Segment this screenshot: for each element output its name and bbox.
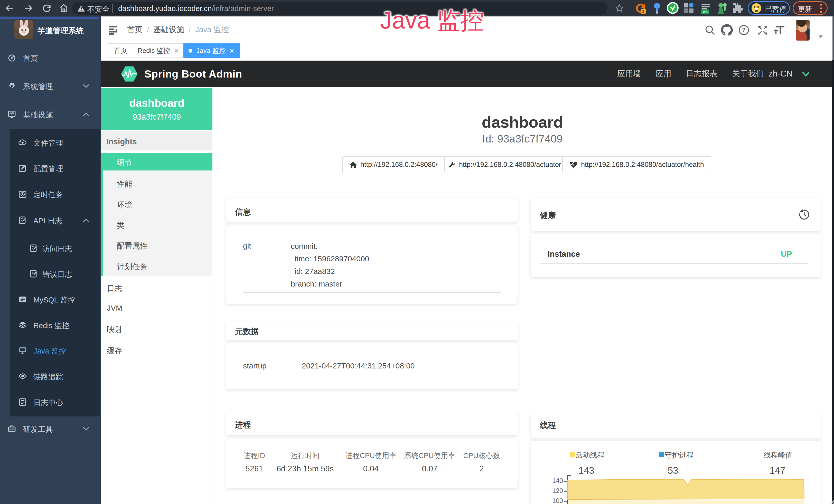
svg-text:1: 1 bbox=[642, 9, 644, 14]
svg-text:on: on bbox=[703, 10, 708, 14]
svg-text:?: ? bbox=[742, 26, 746, 33]
